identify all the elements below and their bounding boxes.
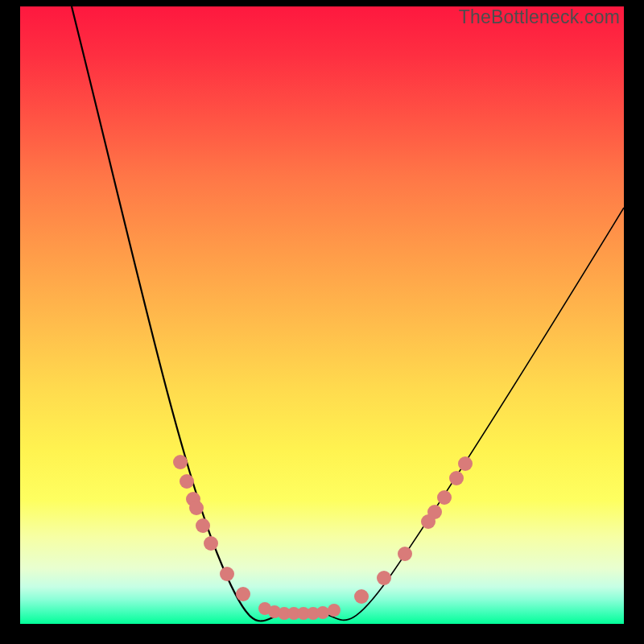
chart-frame — [20, 6, 624, 624]
dot-right-2 — [398, 547, 412, 561]
dot-right-1 — [377, 571, 391, 585]
dot-right-4 — [427, 505, 442, 519]
dot-left-3 — [189, 501, 204, 515]
dot-left-4 — [196, 518, 210, 533]
left-curve — [72, 6, 290, 621]
dot-left-6 — [220, 567, 234, 581]
watermark-text: TheBottleneck.com — [459, 6, 620, 28]
dot-right-6 — [449, 471, 464, 485]
dot-bottom-6 — [316, 606, 329, 619]
dot-right-5 — [437, 490, 452, 505]
dot-bottom-7 — [328, 604, 341, 617]
right-curve — [318, 208, 624, 620]
dot-left-7 — [236, 587, 250, 601]
dot-left-0 — [173, 455, 188, 469]
dot-right-0 — [354, 589, 369, 604]
chart-svg — [20, 6, 624, 624]
dot-left-5 — [204, 536, 218, 551]
dot-right-7 — [458, 456, 473, 471]
data-points — [173, 455, 473, 620]
dot-left-1 — [180, 474, 194, 489]
